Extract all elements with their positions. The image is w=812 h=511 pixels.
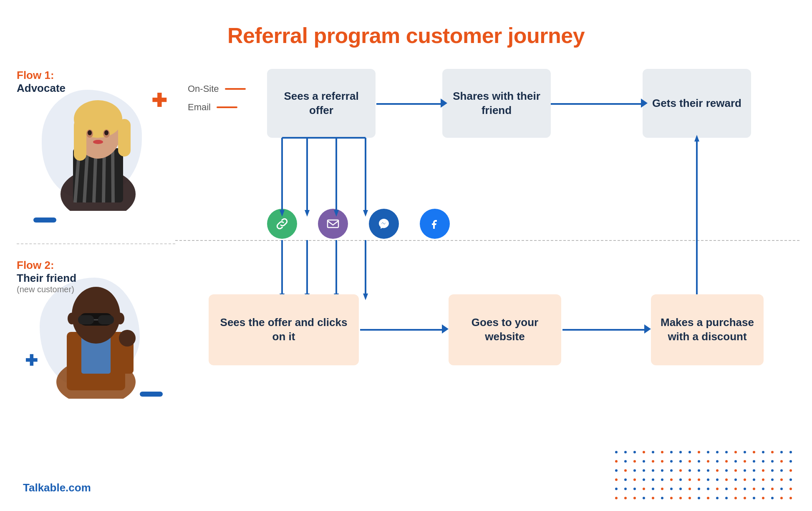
- decoration-dot: [789, 451, 792, 453]
- decoration-dot: [698, 478, 700, 481]
- decoration-dot: [707, 488, 709, 490]
- flow1-title: Advocate: [17, 82, 175, 95]
- decoration-dot: [633, 497, 636, 499]
- decoration-dot: [698, 488, 700, 490]
- decoration-dot: [688, 460, 691, 463]
- messenger-icon[interactable]: [369, 209, 399, 239]
- decoration-dot: [707, 478, 709, 481]
- decoration-dot: [624, 469, 627, 472]
- svg-rect-30: [328, 220, 338, 228]
- decoration-dot: [643, 488, 645, 490]
- decoration-dot: [744, 488, 746, 490]
- decoration-dot: [670, 478, 673, 481]
- decoration-dot: [652, 460, 654, 463]
- svg-rect-24: [98, 315, 114, 324]
- svg-point-15: [104, 130, 108, 135]
- svg-point-26: [68, 313, 76, 324]
- goes-website-box: Goes to your website: [449, 294, 561, 365]
- svg-point-29: [119, 330, 136, 347]
- decoration-dot: [624, 478, 627, 481]
- decoration-dot: [679, 497, 682, 499]
- decoration-dot: [725, 451, 728, 453]
- decoration-dot: [670, 497, 673, 499]
- flow2-subtitle: (new customer): [17, 285, 175, 294]
- decoration-dot: [771, 478, 774, 481]
- decoration-dot: [744, 451, 746, 453]
- decoration-dot: [661, 478, 663, 481]
- arrow-h2-head: [641, 99, 648, 108]
- dash-blue-1: [33, 218, 56, 223]
- page-title: Referral program customer journey: [0, 0, 812, 48]
- decoration-dot: [679, 478, 682, 481]
- decoration-dot: [688, 469, 691, 472]
- onsite-label: On-Site: [188, 83, 246, 94]
- arrow-h1: [376, 103, 442, 105]
- decoration-dot: [762, 478, 764, 481]
- arrow-h3-head: [442, 324, 449, 334]
- decoration-dot: [661, 488, 663, 490]
- decoration-dot: [771, 488, 774, 490]
- decoration-dot: [652, 497, 654, 499]
- svg-marker-48: [363, 293, 368, 300]
- decoration-dot: [716, 478, 719, 481]
- arrow-h4: [562, 329, 646, 331]
- arrow-h3: [360, 329, 444, 331]
- decoration-dot: [624, 488, 627, 490]
- decoration-dot: [744, 469, 746, 472]
- link-icon[interactable]: [267, 209, 297, 239]
- plus-blue-icon: ✚: [25, 352, 38, 369]
- decoration-dot: [716, 488, 719, 490]
- decoration-dot: [652, 451, 654, 453]
- decoration-dot: [661, 451, 663, 453]
- decoration-dot: [716, 451, 719, 453]
- decoration-dot: [670, 469, 673, 472]
- decoration-dot: [753, 478, 755, 481]
- decoration-dot: [780, 460, 783, 463]
- decoration-dot: [688, 488, 691, 490]
- arrow-h2: [551, 103, 643, 105]
- onsite-line: [225, 88, 246, 90]
- decoration-dot: [734, 488, 737, 490]
- facebook-icon[interactable]: [420, 209, 450, 239]
- decoration-dot: [633, 488, 636, 490]
- decoration-dot: [744, 460, 746, 463]
- decoration-dot: [725, 488, 728, 490]
- decoration-dot: [771, 497, 774, 499]
- decoration-dot: [633, 478, 636, 481]
- decoration-dot: [716, 460, 719, 463]
- decoration-dot: [762, 488, 764, 490]
- talkable-link[interactable]: Talkable.com: [23, 481, 91, 494]
- decoration-dot: [670, 451, 673, 453]
- decoration-dot: [744, 478, 746, 481]
- decoration-dot: [780, 488, 783, 490]
- dots-decoration: (function() { var dotsEl = document.quer…: [615, 451, 795, 503]
- decoration-dot: [615, 451, 618, 453]
- title-prefix: Referral program: [227, 23, 406, 48]
- decoration-dot: [780, 497, 783, 499]
- email-icon[interactable]: [318, 209, 348, 239]
- decoration-dot: [780, 451, 783, 453]
- decoration-dot: [789, 478, 792, 481]
- arrow-h4-head: [644, 324, 651, 334]
- decoration-dot: [789, 488, 792, 490]
- decoration-dot: [633, 469, 636, 472]
- decoration-dot: [762, 460, 764, 463]
- decoration-dot: [762, 469, 764, 472]
- flow2-section: Flow 2: Their friend (new customer) ✚: [17, 244, 175, 420]
- decoration-dot: [679, 460, 682, 463]
- flow-panel: Flow 1: Advocate ✚: [17, 65, 175, 420]
- title-highlight: customer journey: [406, 23, 585, 48]
- decoration-dot: [707, 451, 709, 453]
- decoration-dot: [624, 460, 627, 463]
- decoration-dot: [633, 460, 636, 463]
- decoration-dot: [643, 497, 645, 499]
- decoration-dot: [789, 460, 792, 463]
- decoration-dot: [679, 451, 682, 453]
- decoration-dot: [679, 488, 682, 490]
- decoration-dot: [734, 478, 737, 481]
- decoration-dot: [725, 497, 728, 499]
- decoration-dot: [789, 469, 792, 472]
- decoration-dot: [688, 497, 691, 499]
- decoration-dot: [698, 497, 700, 499]
- flow2-label: Flow 2:: [17, 259, 175, 272]
